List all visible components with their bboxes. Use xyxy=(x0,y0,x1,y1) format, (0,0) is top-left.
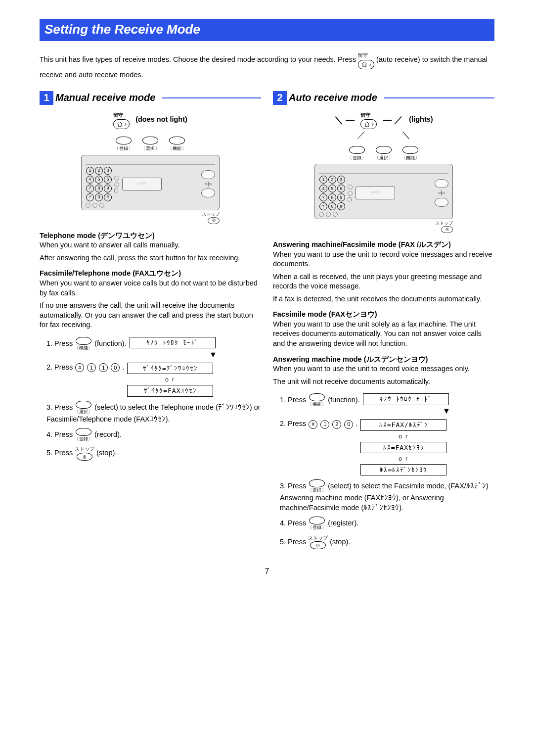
left-step-2: 2. Press # 1 1 0 . ｻﾞｲﾀｸ=ﾃﾞﾝﾜﾕｳｾﾝ ｏｒ ｻﾞｲ… xyxy=(46,363,261,397)
fax-mode-text: When you want to use the unit solely as … xyxy=(273,320,494,349)
function-key-icon: 〔機能〕 xyxy=(308,393,326,407)
left-column: 1 Manual receive mode 留守 ♪ (does not lig… xyxy=(40,91,261,554)
section-2-title: Auto receive mode xyxy=(289,91,377,104)
intro-paragraph: This unit has five types of receive mode… xyxy=(40,50,494,80)
section-1-header: 1 Manual receive mode xyxy=(40,91,261,105)
fax-tel-mode-text-b: If no one answers the call, the unit wil… xyxy=(40,301,261,330)
radiate-right-icon: ― ／ xyxy=(383,114,403,126)
lcd-display: ﾙｽ=FAX/ﾙｽﾃﾞﾝ xyxy=(360,419,446,431)
digit-1-icon: 1 xyxy=(87,363,96,372)
left-step-4: 4. Press 〔登録〕 (record). xyxy=(46,428,261,442)
left-step-3: 3. Press 〔選択〕 (select) to select the Tel… xyxy=(46,401,261,425)
document-page: Setting the Receive Mode This unit has f… xyxy=(20,0,514,587)
stop-button-icon xyxy=(435,198,448,207)
telephone-mode-text-b: After answering the call, press the star… xyxy=(40,253,261,263)
page-title: Setting the Receive Mode xyxy=(44,22,200,37)
button-row: 〔登録〕 〔選択〕 〔機能〕 xyxy=(115,137,186,151)
rusu-label: 留守 xyxy=(358,52,368,58)
telephone-mode-text-a: When you want to answer all calls manual… xyxy=(40,240,261,250)
register-key-icon: 〔登録〕 xyxy=(75,428,92,442)
am-mode-heading: Answering machine mode (ルスデンセンヨウ) xyxy=(273,355,494,365)
right-steps: 1. Press 〔機能〕 (function). ｷﾉｳ ﾄｳﾛｸ ﾓｰﾄﾞ … xyxy=(273,393,494,549)
function-key-icon: 〔機能〕 xyxy=(75,337,92,351)
auto-receive-icon: 留守 ♪ xyxy=(113,110,130,130)
lcd-display: ﾙｽ=ﾙｽﾃﾞﾝｾﾝﾖｳ xyxy=(360,464,446,476)
stop-key-icon: ストップ◎ xyxy=(308,535,328,550)
digit-1-icon: 1 xyxy=(99,363,108,372)
lcd-display-icon: ○○○○ xyxy=(122,178,162,190)
am-fax-text-b: When a call is received, the unit plays … xyxy=(273,272,494,291)
register-button-icon xyxy=(116,137,132,144)
digit-0-icon: 0 xyxy=(344,420,353,429)
select-key-icon: 〔選択〕 xyxy=(308,479,326,493)
device-panel: 123 456 789 *0# ○○○○ xyxy=(81,155,220,210)
fax-tel-mode-heading: Facsimile/Telephone mode (FAXユウセン) xyxy=(40,269,261,279)
right-step-4: 4. Press 〔登録〕 (register). xyxy=(280,517,494,530)
or-label: ｏｒ xyxy=(127,374,213,385)
divider-line xyxy=(162,97,261,98)
right-step-5: 5. Press ストップ◎ (stop). xyxy=(280,535,494,550)
lights-note: (lights) xyxy=(409,115,433,125)
hash-key-icon: # xyxy=(75,363,84,372)
keypad-icon: 123 456 789 *0# xyxy=(319,176,345,210)
house-icon xyxy=(361,61,368,67)
device-illustration-auto: ＼ ― 留守 ♪ ― ／ (lights) ／ ＼ xyxy=(273,110,494,233)
down-arrow-icon: ▼ xyxy=(165,351,261,359)
start-button-icon xyxy=(435,179,448,188)
intro-text-a: This unit has five types of receive mode… xyxy=(40,55,358,63)
auto-receive-lit-icon: 留守 ♪ xyxy=(360,110,377,130)
digit-0-icon: 0 xyxy=(111,363,120,372)
status-row: 留守 ♪ (does not light) xyxy=(113,110,187,130)
does-not-light-note: (does not light) xyxy=(135,115,187,125)
down-arrow-icon: ▼ xyxy=(399,407,494,415)
left-step-5: 5. Press ストップ◎ (stop). xyxy=(46,446,261,461)
select-key-icon: 〔選択〕 xyxy=(75,401,92,415)
right-step-2: 2. Press # 1 2 0 . ﾙｽ=FAX/ﾙｽﾃﾞﾝ ｏｒ ﾙｽ=FA… xyxy=(280,419,494,475)
fax-mode-heading: Facsimile mode (FAXセンヨウ) xyxy=(273,310,494,320)
lcd-display: ﾙｽ=FAXｾﾝﾖｳ xyxy=(360,442,446,454)
register-button-icon xyxy=(349,146,365,154)
start-button-icon xyxy=(201,170,215,179)
lcd-display: ｻﾞｲﾀｸ=ﾃﾞﾝﾜﾕｳｾﾝ xyxy=(127,363,213,375)
or-label: ｏｒ xyxy=(360,431,446,442)
page-number: 7 xyxy=(40,566,494,577)
hash-key-icon: # xyxy=(309,420,317,429)
register-key-icon: 〔登録〕 xyxy=(308,517,326,530)
lcd-display: ｷﾉｳ ﾄｳﾛｸ ﾓｰﾄﾞ xyxy=(130,337,216,349)
device-illustration-manual: 留守 ♪ (does not light) 〔登録〕 〔選択〕 〔機能〕 xyxy=(40,110,261,224)
am-fax-mode-heading: Answering machine/Facsimile mode (FAX /ル… xyxy=(273,240,494,250)
auto-receive-icon: 留守 ♪ xyxy=(358,50,374,70)
function-button-icon xyxy=(402,146,418,154)
radiate-left-icon: ＼ ― xyxy=(334,114,355,126)
right-column: 2 Auto receive mode ＼ ― 留守 ♪ xyxy=(273,91,494,554)
section-number-2: 2 xyxy=(273,91,287,105)
lcd-display-icon: ○○○○ xyxy=(356,187,395,199)
or-label: ｏｒ xyxy=(360,453,446,464)
right-step-1: 1. Press 〔機能〕 (function). ｷﾉｳ ﾄｳﾛｸ ﾓｰﾄﾞ … xyxy=(280,393,494,415)
section-2-header: 2 Auto receive mode xyxy=(273,91,494,105)
keypad-icon: 123 456 789 *0# xyxy=(86,167,111,201)
digit-2-icon: 2 xyxy=(332,420,341,429)
right-step-3: 3. Press 〔選択〕 (select) to select the Fac… xyxy=(280,479,494,513)
am-fax-text-c: If a fax is detected, the unit receives … xyxy=(273,294,494,304)
am-mode-text-a: When you want to use the unit to record … xyxy=(273,364,494,374)
function-button-icon xyxy=(169,137,185,144)
section-number-1: 1 xyxy=(40,91,53,105)
am-fax-text-a: When you want to use the unit to record … xyxy=(273,250,494,269)
left-step-1: 1. Press 〔機能〕 (function). ｷﾉｳ ﾄｳﾛｸ ﾓｰﾄﾞ … xyxy=(46,337,261,359)
two-column-layout: 1 Manual receive mode 留守 ♪ (does not lig… xyxy=(40,91,494,554)
person-icon: ♪ xyxy=(369,61,371,68)
section-1-title: Manual receive mode xyxy=(55,91,155,104)
divider-line xyxy=(384,97,494,98)
page-title-bar: Setting the Receive Mode xyxy=(40,19,494,41)
stop-key-icon: ストップ◎ xyxy=(75,446,94,461)
left-steps: 1. Press 〔機能〕 (function). ｷﾉｳ ﾄｳﾛｸ ﾓｰﾄﾞ … xyxy=(40,337,261,461)
am-mode-text-b: The unit will not receive documents auto… xyxy=(273,377,494,387)
stop-caption: ストップ ◎ xyxy=(81,211,220,224)
select-button-icon xyxy=(142,137,158,144)
select-button-icon xyxy=(376,146,392,154)
lcd-display: ｷﾉｳ ﾄｳﾛｸ ﾓｰﾄﾞ xyxy=(363,393,449,405)
lcd-display: ｻﾞｲﾀｸ=FAXﾕｳｾﾝ xyxy=(127,385,213,397)
radiate-bottom-icon: ／ ＼ xyxy=(357,129,410,141)
status-row: ＼ ― 留守 ♪ ― ／ (lights) xyxy=(334,110,433,130)
